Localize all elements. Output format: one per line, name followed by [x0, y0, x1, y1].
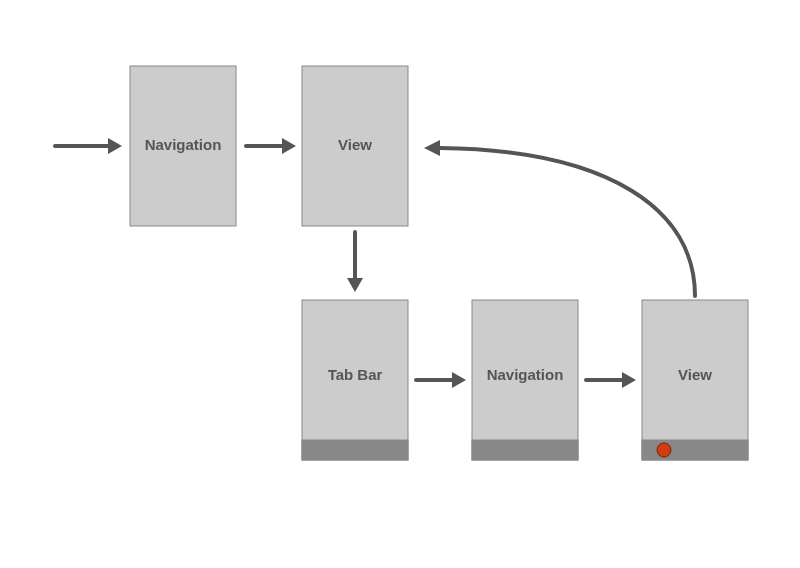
flow-diagram: Navigation View Tab Bar Navigation: [0, 0, 800, 568]
arrow-view-bottom-to-view-top: [424, 140, 695, 296]
arrow-navigation-to-view-top: [246, 138, 296, 154]
svg-marker-4: [282, 138, 296, 154]
svg-marker-18: [424, 140, 440, 156]
svg-marker-7: [347, 278, 363, 292]
node-tab-bar-label: Tab Bar: [328, 366, 383, 383]
arrow-tabbar-to-navigation: [416, 372, 466, 388]
arrow-entry-to-navigation: [55, 138, 122, 154]
svg-rect-9: [302, 440, 408, 460]
node-view-bottom-label: View: [678, 366, 712, 383]
svg-marker-1: [108, 138, 122, 154]
node-tab-bar: Tab Bar: [302, 300, 408, 460]
dot-icon: [657, 443, 671, 457]
node-view-top: View: [302, 66, 408, 226]
arrow-navigation-to-view-bottom: [586, 372, 636, 388]
node-navigation-top: Navigation: [130, 66, 236, 226]
node-navigation-top-label: Navigation: [145, 136, 222, 153]
svg-rect-13: [472, 440, 578, 460]
node-navigation-bottom: Navigation: [472, 300, 578, 460]
svg-marker-15: [622, 372, 636, 388]
svg-marker-11: [452, 372, 466, 388]
node-navigation-bottom-label: Navigation: [487, 366, 564, 383]
node-view-top-label: View: [338, 136, 372, 153]
node-view-bottom: View: [642, 300, 748, 460]
arrow-view-to-tabbar: [347, 232, 363, 292]
